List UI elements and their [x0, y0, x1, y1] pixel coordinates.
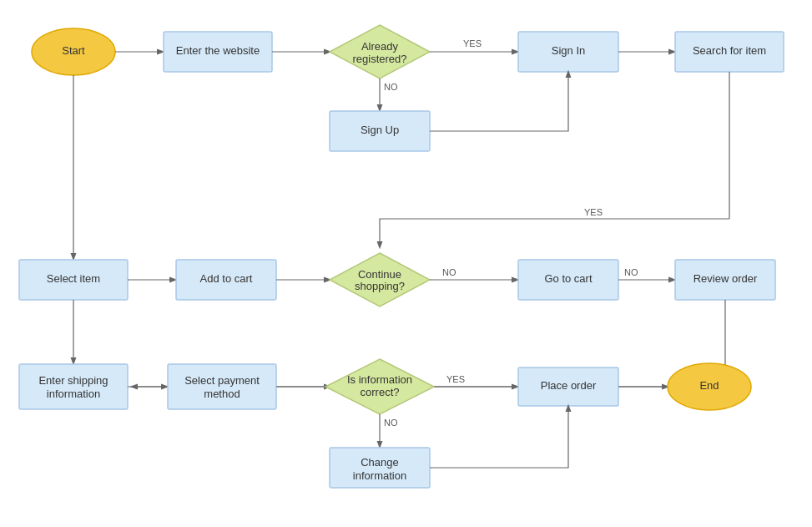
continue-shopping-label1: Continue — [358, 268, 401, 281]
select-item-label: Select item — [47, 272, 100, 285]
already-registered-label2: registered? — [352, 53, 406, 65]
select-payment-label2: method — [204, 388, 240, 400]
yes-label-1: YES — [463, 38, 482, 48]
enter-shipping-label1: Enter shipping — [38, 374, 108, 387]
yes-label-3: YES — [446, 374, 465, 384]
start-label: Start — [62, 44, 85, 57]
enter-shipping-label2: information — [47, 388, 100, 400]
change-info-label1: Change — [361, 456, 399, 469]
sign-in-label: Sign In — [552, 44, 585, 57]
place-order-label: Place order — [541, 379, 597, 392]
is-info-label1: Is information — [347, 373, 412, 386]
add-to-cart-label: Add to cart — [200, 272, 253, 285]
end-label: End — [699, 379, 719, 392]
review-order-label: Review order — [693, 272, 758, 285]
search-for-item-label: Search for item — [693, 44, 766, 57]
arrow-signup-signin — [430, 72, 568, 131]
no-label-1: NO — [384, 82, 398, 92]
already-registered-label1: Already — [361, 40, 399, 53]
select-payment-label1: Select payment — [184, 374, 260, 387]
change-info-label2: information — [353, 469, 406, 482]
sign-up-label: Sign Up — [361, 124, 399, 136]
arrow-yes-loop-continue — [380, 219, 729, 247]
is-info-label2: correct? — [361, 386, 400, 398]
continue-shopping-label2: shopping? — [355, 280, 405, 292]
no-label-4: NO — [384, 418, 398, 428]
no-label-3: NO — [624, 267, 638, 277]
go-to-cart-label: Go to cart — [544, 272, 592, 285]
arrow-changeinfo-placeorder — [430, 406, 568, 468]
enter-website-label: Enter the website — [176, 44, 260, 57]
yes-label-loop: YES — [584, 207, 603, 217]
no-label-2: NO — [442, 267, 456, 277]
